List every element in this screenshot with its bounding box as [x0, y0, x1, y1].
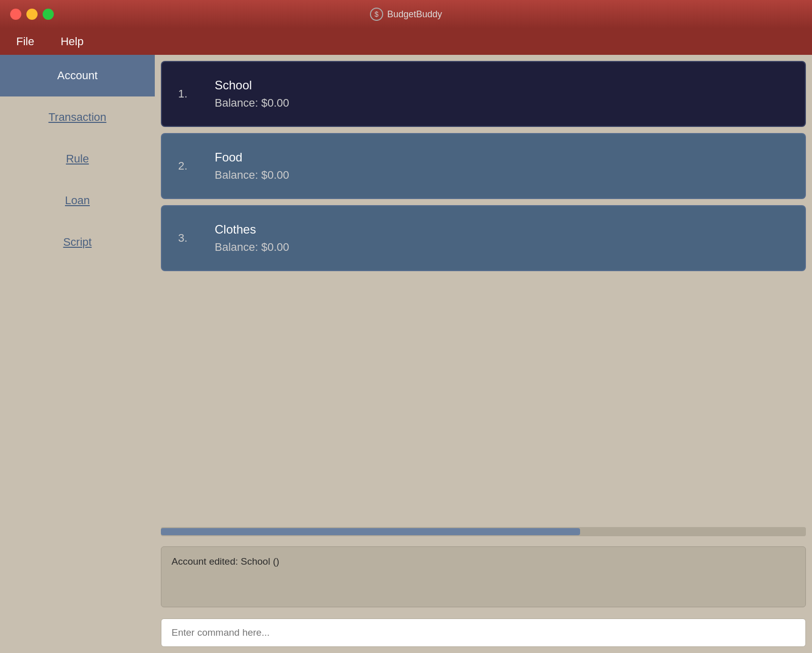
accounts-list: 1. School Balance: $0.00 2. Food Balance…: [161, 61, 806, 521]
command-bar[interactable]: [161, 618, 806, 647]
account-card-school[interactable]: 1. School Balance: $0.00: [161, 61, 806, 127]
scroll-thumb[interactable]: [161, 528, 580, 535]
sidebar-item-script[interactable]: Script: [0, 221, 155, 263]
account-balance-clothes: Balance: $0.00: [215, 241, 289, 254]
minimize-button[interactable]: [26, 9, 38, 20]
account-balance-school: Balance: $0.00: [215, 96, 289, 110]
maximize-button[interactable]: [43, 9, 54, 20]
horizontal-scrollbar[interactable]: [161, 527, 806, 536]
account-number-3: 3.: [178, 232, 198, 245]
menu-bar: File Help: [0, 28, 812, 55]
account-info-food: Food Balance: $0.00: [215, 150, 289, 182]
sidebar-item-account[interactable]: Account: [0, 55, 155, 96]
account-info-school: School Balance: $0.00: [215, 78, 289, 110]
account-number-2: 2.: [178, 159, 198, 173]
content-area: 1. School Balance: $0.00 2. Food Balance…: [155, 55, 812, 653]
account-name-clothes: Clothes: [215, 222, 289, 237]
sidebar-item-rule[interactable]: Rule: [0, 138, 155, 180]
account-name-food: Food: [215, 150, 289, 165]
status-area: Account edited: School (): [161, 546, 806, 607]
app-icon: $: [370, 8, 383, 21]
sidebar-item-transaction[interactable]: Transaction: [0, 96, 155, 138]
window-title-area: $ BudgetBuddy: [370, 8, 442, 21]
file-menu[interactable]: File: [12, 33, 38, 50]
command-input[interactable]: [172, 627, 795, 638]
account-balance-food: Balance: $0.00: [215, 169, 289, 182]
main-layout: Account Transaction Rule Loan Script 1. …: [0, 55, 812, 653]
account-card-food[interactable]: 2. Food Balance: $0.00: [161, 133, 806, 199]
sidebar-item-loan[interactable]: Loan: [0, 180, 155, 221]
close-button[interactable]: [10, 9, 21, 20]
app-title: BudgetBuddy: [387, 9, 442, 20]
account-info-clothes: Clothes Balance: $0.00: [215, 222, 289, 254]
title-bar: $ BudgetBuddy: [0, 0, 812, 28]
window-controls: [10, 9, 54, 20]
account-name-school: School: [215, 78, 289, 92]
status-message: Account edited: School (): [172, 556, 279, 567]
account-number-1: 1.: [178, 87, 198, 101]
account-card-clothes[interactable]: 3. Clothes Balance: $0.00: [161, 205, 806, 271]
help-menu[interactable]: Help: [56, 33, 87, 50]
sidebar: Account Transaction Rule Loan Script: [0, 55, 155, 653]
